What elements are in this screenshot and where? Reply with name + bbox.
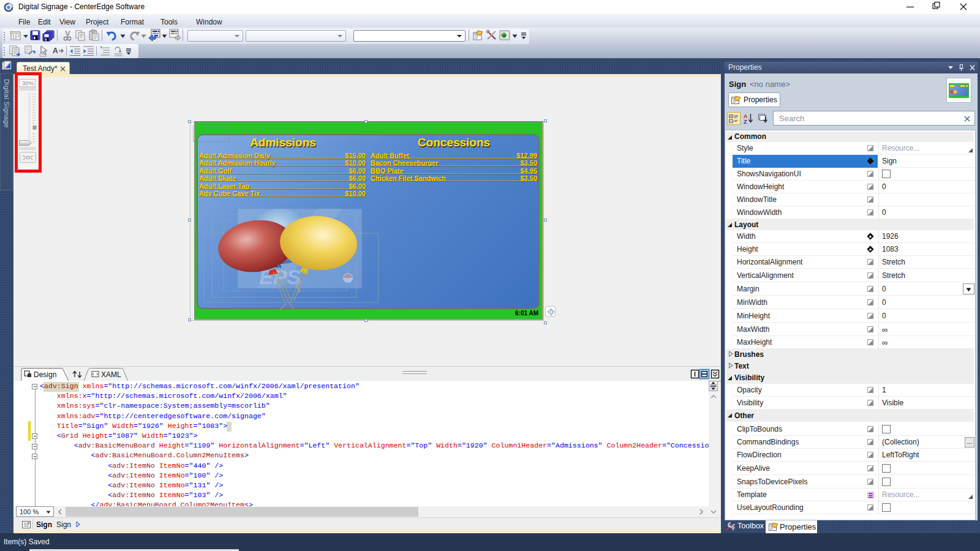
svg-text:Z: Z: [744, 119, 747, 125]
svg-text:A: A: [53, 47, 58, 55]
svg-text:30%: 30%: [22, 80, 34, 86]
svg-text:XAML: XAML: [101, 370, 121, 379]
svg-text:Design: Design: [34, 370, 56, 379]
